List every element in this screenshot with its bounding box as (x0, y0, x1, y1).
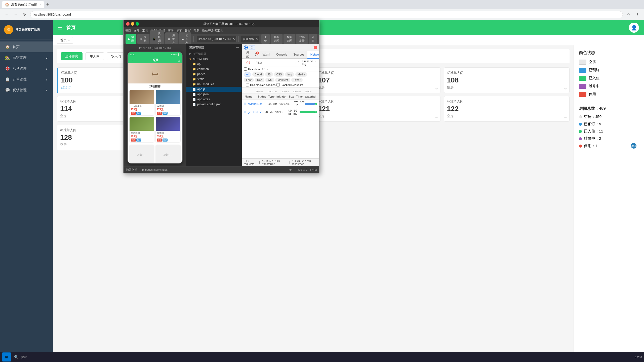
network-select[interactable]: 普通网络 (241, 36, 259, 42)
phone-room-4[interactable]: 多套间 699元 推荐 预订 (155, 117, 181, 143)
room-card-108[interactable]: 标准单人间 108 空房 ✏ (444, 67, 570, 93)
filter-css[interactable]: CSS (274, 72, 284, 77)
window-minimize-btn[interactable] (131, 22, 134, 26)
folder-static[interactable]: 📁 static (186, 77, 242, 82)
sidebar-item-feedback[interactable]: 💬 反馈管理 ∨ (0, 85, 53, 96)
window-close-btn[interactable] (126, 22, 130, 26)
tab-home[interactable]: 首页 × (57, 37, 73, 44)
data-mgmt-btn[interactable]: 数据管理 (284, 34, 295, 44)
file-appjson[interactable]: 📄 app.json (186, 92, 242, 97)
hide-data-urls-input[interactable] (244, 67, 247, 71)
file-appjs[interactable]: 📄 app.js (186, 87, 242, 92)
folder-api[interactable]: 📁 api (186, 62, 242, 67)
room-card-107[interactable]: 标准单人间 107 空房 ✏ (315, 67, 441, 93)
phone-room-2[interactable]: 双套间 179元 推荐 预订 (155, 90, 181, 116)
filter-doc[interactable]: Doc (255, 78, 264, 82)
folder-uni-modules[interactable]: 📁 uni_modules (186, 82, 242, 87)
edit-icon[interactable]: ✏ (435, 87, 438, 91)
file-appwxss[interactable]: 📄 app.wxss (186, 97, 242, 102)
filter-ws[interactable]: WS (265, 78, 274, 82)
inspect-btn[interactable] (244, 46, 248, 50)
filter-font[interactable]: Font (244, 78, 254, 82)
filter-all[interactable]: All (244, 72, 251, 77)
bottom-more-icon[interactable]: ··· (293, 168, 295, 171)
back-btn[interactable]: ← (3, 11, 10, 18)
network-row-gethostlist[interactable]: getHostList 200 xhr VM9.asd… 4.0 kB 99 m… (242, 108, 319, 116)
tab-network[interactable]: Network (307, 51, 319, 59)
menu-help[interactable]: 帮助 (193, 29, 199, 33)
sidebar-item-home[interactable]: 🏠 首页 (0, 41, 53, 52)
clear-cache-btn[interactable]: 🗑清缓存 (165, 32, 178, 46)
address-bar[interactable]: localhost:8080/dashboard (30, 11, 623, 18)
preview-btn[interactable]: 👁预览 (137, 34, 149, 44)
filter-all-btn[interactable]: 全部客房 (61, 52, 83, 60)
blocked-requests-input[interactable] (276, 83, 280, 86)
filter-other[interactable]: Other (291, 78, 303, 82)
start-btn[interactable]: ⊞ (2, 352, 11, 361)
tab-debug[interactable]: 调试 (243, 51, 252, 59)
bottom-problems[interactable]: 问题路径 (126, 168, 137, 172)
preserve-log-checkbox[interactable]: Preserve log (298, 60, 313, 66)
menu-tools[interactable]: 工具 (142, 29, 148, 33)
disable-cache-input[interactable] (315, 61, 318, 64)
edit-icon[interactable]: ✏ (564, 115, 567, 119)
filter-single-btn[interactable]: 单人间 (86, 52, 104, 60)
edit-icon[interactable]: ✏ (564, 87, 567, 91)
preserve-log-input[interactable] (298, 61, 301, 64)
blocked-requests-cb[interactable]: Blocked Requests (276, 83, 303, 86)
settings-btn[interactable]: ⋮ (634, 11, 641, 18)
refresh-btn[interactable]: ↻ (21, 11, 28, 18)
network-row-swipperlist[interactable]: swipperList 200 xhr VM9.asd… 670 B 102 … (242, 100, 319, 108)
tab-close-icon[interactable]: × (68, 39, 70, 42)
menu-settings[interactable]: 设置 (185, 29, 191, 33)
tab-close-btn[interactable]: × (39, 3, 41, 6)
code-quality-btn[interactable]: 代码质量 (296, 34, 308, 44)
window-maximize-btn[interactable] (136, 22, 139, 26)
version-btn[interactable]: 版本管理 (271, 34, 283, 44)
user-avatar[interactable]: 👤 (629, 23, 639, 33)
tab-wxml[interactable]: Wxml (260, 51, 273, 59)
folder-mp-weon[interactable]: ▼ MP-WE0IN (186, 57, 242, 62)
filter-options-btn[interactable]: ⋮ (294, 61, 297, 64)
menu-file[interactable]: 文件 (134, 29, 140, 33)
clear-network-btn[interactable]: 🚫 (245, 60, 251, 65)
filter-img[interactable]: Img (285, 72, 294, 77)
folder-pages[interactable]: 📁 pages (186, 72, 242, 77)
compile-btn[interactable]: ▶编译 (126, 34, 136, 44)
active-tab[interactable]: 🏠 溪客民宿预订系统 × (2, 1, 44, 8)
filter-cloud[interactable]: Cloud (252, 72, 264, 77)
dt-close-btn[interactable] (314, 46, 317, 49)
bookmark-btn[interactable]: ☆ (625, 11, 632, 18)
tab-console[interactable]: Console (273, 51, 290, 59)
menu-toggle-btn[interactable]: ☰ (58, 25, 62, 31)
filetree-more-icon[interactable]: ··· (236, 46, 239, 50)
menu-view[interactable]: 查看 (168, 29, 174, 33)
tab-sources[interactable]: Sources (290, 51, 307, 59)
blocked-cb-input[interactable] (246, 83, 249, 86)
phone-room-3[interactable]: 组合套间 299元 特惠 预订 (129, 117, 154, 143)
menu-project[interactable]: 项目 (125, 29, 131, 33)
sidebar-item-activity[interactable]: 🎯 活动管理 ∨ (0, 63, 53, 74)
sidebar-item-minsu[interactable]: 🏡 民宿管理 ∨ (0, 52, 53, 63)
forward-btn[interactable]: → (12, 11, 19, 18)
menu-weixin-devtools[interactable]: 微信开发者工具 (202, 29, 223, 33)
disable-cache-checkbox[interactable]: Disable cache (315, 60, 319, 66)
filter-manifest[interactable]: Manifest (275, 78, 290, 82)
phone-room-1[interactable]: 三人客务间 179元 特惠 预订 (129, 90, 154, 116)
edit-icon[interactable]: ✏ (435, 115, 438, 119)
new-tab-btn[interactable]: + (44, 1, 51, 8)
upload-btn[interactable]: 上传 (261, 34, 270, 44)
bottom-eye-icon[interactable]: 👁 (289, 168, 292, 171)
cloud-dev-btn[interactable]: ☁云开发 (179, 32, 191, 46)
blocked-requests-filter[interactable]: Has blocked cookies (246, 83, 275, 86)
room-card-122[interactable]: 标准单人间 122 空房 ✏ (444, 96, 570, 122)
file-project-config[interactable]: 📄 project.config.json (186, 102, 242, 107)
review-btn[interactable]: 评审 (309, 34, 317, 44)
open-editor-item[interactable]: ▶ 打开编辑器 (186, 51, 242, 57)
search-icon[interactable]: 🔍 (13, 354, 19, 360)
tab-badge[interactable]: 1 1 (252, 51, 260, 59)
filter-media[interactable]: Media (295, 72, 307, 77)
device-select[interactable]: iPhone 13 (Pro) 100% 16+ (196, 36, 236, 42)
room-card-121[interactable]: 标准单人间 121 空房 ✏ (315, 96, 441, 122)
expand-btn[interactable]: ⛶ (249, 45, 255, 50)
